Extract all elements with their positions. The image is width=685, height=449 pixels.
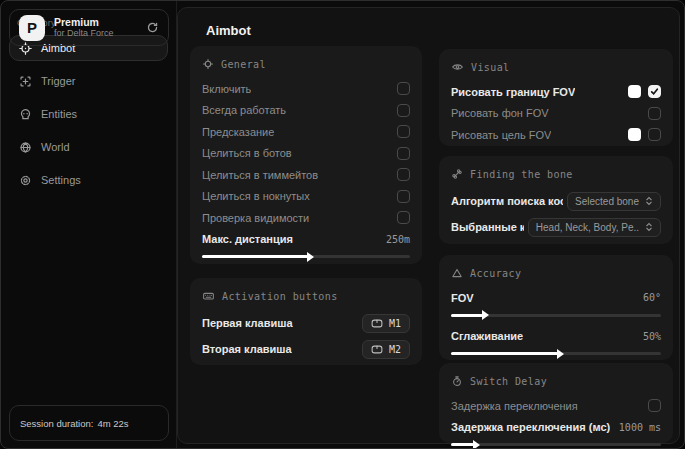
activation-header: Activation buttons — [202, 289, 410, 303]
keybind-label: Вторая клавиша — [202, 343, 292, 355]
slider-value: 1000 ms — [619, 422, 661, 433]
bone-header: Finding the bone — [451, 167, 661, 181]
checkbox[interactable] — [648, 128, 661, 141]
page-title: Aimbot — [206, 23, 251, 38]
bone-row: Выбранные кости Head, Neck, Body, Pe.. — [451, 214, 661, 240]
fov-slider[interactable] — [451, 314, 661, 317]
toggle-row: Предсказание — [202, 121, 410, 143]
max-distance-slider[interactable] — [202, 255, 410, 258]
activation-card: Activation buttons Первая клавиша M1 Вто… — [190, 278, 422, 365]
sidebar-item-world[interactable]: World — [9, 134, 168, 160]
sidebar-item-trigger[interactable]: Trigger — [9, 68, 168, 94]
app-name: Premium — [54, 16, 137, 28]
checkbox[interactable] — [397, 190, 410, 203]
slider-row: Задержка переключения (мс) 1000 ms — [451, 417, 661, 439]
slider-value: 60° — [643, 292, 661, 303]
checkbox[interactable] — [397, 147, 410, 160]
main-panel: Aimbot General Включить Всегда работать — [177, 7, 680, 444]
smoothing-slider[interactable] — [451, 352, 661, 355]
license-box: P Premium for Delta Force — [9, 9, 169, 46]
slider-label: Сглаживание — [451, 330, 523, 342]
visual-header: Visual — [451, 60, 661, 74]
accuracy-card: Accuracy FOV 60° Сглаживание 50% — [439, 255, 673, 360]
toggle-label: Задержка переключения — [451, 400, 578, 412]
checkbox[interactable] — [397, 82, 410, 95]
app-subtitle: for Delta Force — [54, 28, 137, 38]
chevron-up-down-icon — [645, 196, 653, 206]
toggle-label: Целиться в тиммейтов — [202, 169, 318, 181]
visual-row: Рисовать цель FOV — [451, 124, 661, 146]
slider-row: Макс. дистанция 250m — [202, 229, 410, 251]
chevron-up-down-icon — [645, 222, 653, 232]
toggle-label: Предсказание — [202, 126, 274, 138]
toggle-label: Всегда работать — [202, 104, 286, 116]
color-swatch[interactable] — [628, 128, 641, 141]
selected-bones-select[interactable]: Head, Neck, Body, Pe.. — [528, 218, 661, 237]
checkbox[interactable] — [397, 168, 410, 181]
keyboard-icon — [202, 290, 215, 302]
checkbox[interactable] — [397, 211, 410, 224]
session-duration: Session duration: 4m 22s — [9, 405, 169, 441]
toggle-label: Включить — [202, 83, 251, 95]
general-card: General Включить Всегда работать Предска… — [190, 46, 422, 264]
keybind-button[interactable]: M1 — [362, 314, 410, 333]
toggle-row: Задержка переключения — [451, 395, 661, 417]
bone-card: Finding the bone Алгоритм поиска костей … — [439, 156, 673, 244]
toggle-row: Целиться в ботов — [202, 143, 410, 165]
slider-label: Макс. дистанция — [202, 233, 293, 245]
visual-label: Рисовать фон FOV — [451, 107, 549, 119]
toggle-row: Включить — [202, 78, 410, 100]
toggle-label: Целиться в нокнутых — [202, 190, 310, 202]
toggle-row: Целиться в нокнутых — [202, 186, 410, 208]
sidebar-menu: Aimbot Trigger Entities — [1, 35, 176, 193]
sidebar-item-settings[interactable]: Settings — [9, 167, 168, 193]
toggle-row: Проверка видимости — [202, 207, 410, 229]
slider-label: FOV — [451, 292, 474, 304]
triangle-icon — [451, 267, 463, 279]
checkbox[interactable] — [397, 104, 410, 117]
visual-row: Рисовать фон FOV — [451, 103, 661, 125]
checkbox[interactable] — [648, 85, 661, 98]
reload-icon[interactable] — [146, 21, 159, 34]
keybind-value: M2 — [389, 344, 401, 355]
keybind-value: M1 — [389, 318, 401, 329]
select-label: Выбранные кости — [451, 221, 524, 233]
slider-value: 50% — [643, 331, 661, 342]
switch-delay-header: Switch Delay — [451, 374, 661, 388]
checkbox[interactable] — [648, 399, 661, 412]
gear-icon — [19, 174, 32, 187]
slider-row: FOV 60° — [451, 287, 661, 309]
app-window: P Premium for Delta Force Category Aimbo… — [0, 0, 685, 449]
keybind-row: Вторая клавиша M2 — [202, 336, 410, 362]
trigger-icon — [19, 75, 32, 88]
stopwatch-icon — [451, 375, 463, 387]
slider-value: 250m — [386, 234, 410, 245]
switch-delay-card: Switch Delay Задержка переключения Задер… — [439, 363, 673, 443]
slider-fill — [202, 255, 308, 258]
checkbox[interactable] — [648, 107, 661, 120]
toggle-label: Целиться в ботов — [202, 147, 292, 159]
checkbox[interactable] — [397, 125, 410, 138]
visual-card: Visual Рисовать границу FOV Рисовать фон… — [439, 49, 673, 146]
visual-label: Рисовать границу FOV — [451, 86, 575, 98]
slider-row: Сглаживание 50% — [451, 326, 661, 348]
color-swatch[interactable] — [628, 85, 641, 98]
bone-algorithm-select[interactable]: Selected bone — [567, 192, 661, 211]
toggle-row: Всегда работать — [202, 100, 410, 122]
mouse-icon — [371, 319, 383, 328]
keybind-button[interactable]: M2 — [362, 340, 410, 359]
app-logo: P — [19, 15, 45, 41]
switch-delay-slider[interactable] — [451, 443, 661, 446]
session-value: 4m 22s — [97, 418, 128, 429]
slider-fill — [451, 352, 558, 355]
toggle-row: Целиться в тиммейтов — [202, 164, 410, 186]
entities-icon — [19, 108, 32, 121]
scan-icon — [202, 58, 214, 70]
slider-fill — [451, 443, 474, 446]
slider-label: Задержка переключения (мс) — [451, 421, 610, 433]
sidebar-item-entities[interactable]: Entities — [9, 101, 168, 127]
globe-icon — [19, 141, 32, 154]
sidebar: P Premium for Delta Force Category Aimbo… — [1, 1, 177, 448]
bone-icon — [451, 168, 463, 180]
sidebar-item-label: World — [41, 141, 70, 153]
